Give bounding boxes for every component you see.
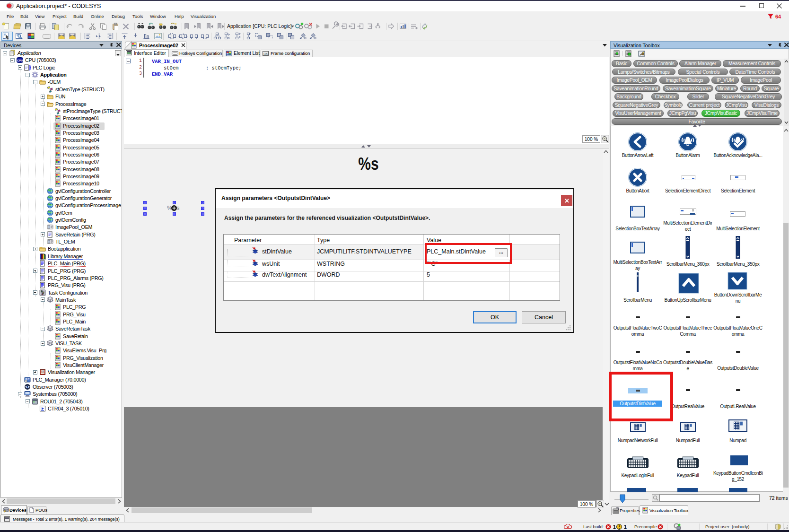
svg-text:Application [CPU: PLC Logic]: Application [CPU: PLC Logic]	[227, 23, 292, 29]
svg-text:HH: HH	[127, 52, 131, 54]
svg-text:HX: HX	[263, 52, 267, 55]
